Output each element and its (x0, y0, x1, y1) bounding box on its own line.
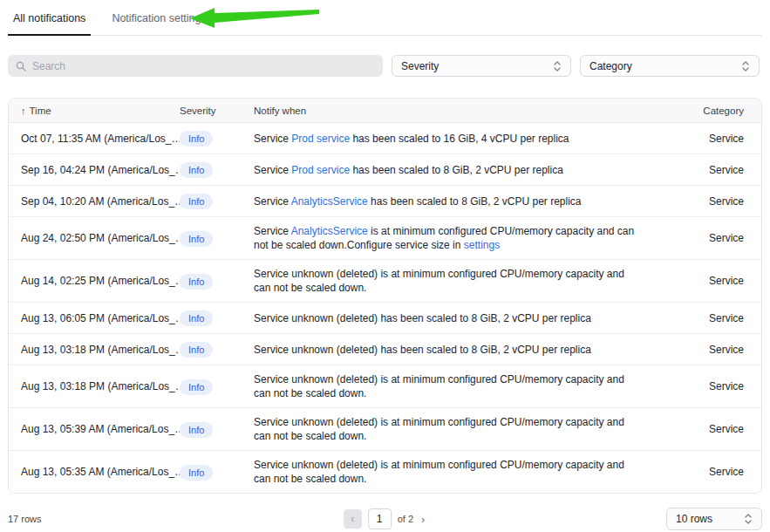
message-link[interactable]: Prod service (291, 164, 350, 176)
table-body: Oct 07, 11:35 AM (America/Los_… Info Ser… (9, 123, 761, 493)
row-category: Service (688, 312, 761, 324)
table-row: Aug 13, 06:05 PM (America/Los_… Info Ser… (9, 303, 761, 334)
table-row: Aug 13, 05:35 AM (America/Los_… Info Ser… (9, 451, 761, 493)
message-text: Service unknown (deleted) is at minimum … (254, 373, 624, 399)
notify-message: Service unknown (deleted) is at minimum … (254, 267, 644, 295)
page-number-input[interactable] (368, 508, 392, 529)
row-time: Aug 13, 03:18 PM (America/Los_… (9, 380, 180, 392)
table-row: Sep 16, 04:24 PM (America/Los_… Info Ser… (9, 154, 761, 186)
notify-message: Service Prod service has been scaled to … (254, 163, 644, 177)
row-severity: Info (180, 464, 254, 481)
row-category: Service (688, 164, 761, 176)
row-category: Service (688, 232, 761, 244)
rows-count-label: 17 rows (8, 514, 42, 524)
row-severity: Info (180, 161, 254, 178)
message-text: has been scaled to 8 GiB, 2 vCPU per rep… (368, 195, 582, 208)
next-page-button[interactable]: › (419, 513, 426, 526)
tab-notification-settings[interactable]: Notification settings (106, 7, 211, 35)
row-notify-when: Service Prod service has been scaled to … (254, 156, 688, 184)
severity-badge: Info (180, 131, 213, 147)
sort-ascending-icon: ↑ (21, 106, 26, 116)
notify-message: Service unknown (deleted) is at minimum … (254, 415, 644, 443)
row-severity: Info (180, 130, 254, 147)
message-link[interactable]: settings (464, 239, 500, 251)
message-text: Service unknown (deleted) has been scale… (254, 344, 591, 356)
table-row: Aug 13, 05:39 AM (America/Los_… Info Ser… (9, 408, 761, 451)
category-select-value: Category (589, 60, 632, 72)
row-notify-when: Service unknown (deleted) is at minimum … (254, 260, 688, 302)
severity-badge: Info (180, 310, 213, 326)
table-footer: 17 rows ‹ of 2 › 10 rows (8, 508, 762, 530)
row-category: Service (688, 133, 761, 145)
severity-badge: Info (180, 194, 213, 209)
row-time: Aug 13, 05:35 AM (America/Los_… (9, 466, 180, 478)
message-link[interactable]: AnalyticsService (291, 225, 368, 237)
row-notify-when: Service AnalyticsService is at minimum c… (254, 217, 688, 259)
page-count-label: of 2 (398, 514, 413, 524)
row-notify-when: Service unknown (deleted) has been scale… (254, 336, 688, 364)
message-text: Service unknown (deleted) is at minimum … (254, 459, 624, 485)
severity-badge: Info (180, 231, 213, 247)
row-severity: Info (180, 310, 254, 326)
row-category: Service (688, 423, 761, 435)
message-text: Service unknown (deleted) has been scale… (254, 312, 591, 324)
severity-badge: Info (180, 379, 213, 395)
row-time: Oct 07, 11:35 AM (America/Los_… (9, 133, 180, 145)
notify-message: Service AnalyticsService is at minimum c… (254, 224, 644, 252)
notify-message: Service unknown (deleted) is at minimum … (254, 372, 644, 400)
search-input[interactable] (32, 60, 375, 72)
notifications-table: ↑Time Severity Notify when Category Oct … (8, 98, 762, 494)
row-time: Aug 14, 02:25 PM (America/Los_… (9, 275, 180, 287)
severity-badge: Info (180, 422, 213, 438)
row-category: Service (688, 275, 761, 287)
message-link[interactable]: AnalyticsService (291, 195, 368, 208)
notify-message: Service unknown (deleted) has been scale… (254, 343, 644, 357)
row-category: Service (688, 344, 761, 356)
severity-badge: Info (180, 465, 213, 481)
tab-all-notifications[interactable]: All notifications (8, 7, 91, 36)
chevron-updown-icon (553, 60, 562, 72)
message-link[interactable]: Prod service (291, 133, 350, 145)
page-size-select[interactable]: 10 rows (666, 508, 762, 530)
message-text: Service (254, 133, 291, 145)
table-header-row: ↑Time Severity Notify when Category (9, 99, 761, 123)
notify-message: Service AnalyticsService has been scaled… (254, 194, 644, 208)
row-time: Sep 16, 04:24 PM (America/Los_… (9, 164, 180, 176)
row-notify-when: Service Prod service has been scaled to … (254, 125, 688, 153)
table-row: Aug 13, 03:18 PM (America/Los_… Info Ser… (9, 334, 761, 365)
row-time: Aug 13, 03:18 PM (America/Los_… (9, 344, 180, 356)
chevron-updown-icon (741, 60, 750, 72)
search-icon (16, 61, 26, 72)
row-severity: Info (180, 193, 254, 209)
column-header-category[interactable]: Category (688, 106, 761, 116)
page-size-value: 10 rows (676, 513, 712, 525)
previous-page-button[interactable]: ‹ (344, 509, 362, 529)
row-time: Aug 24, 02:50 PM (America/Los_… (9, 232, 180, 244)
row-severity: Info (180, 230, 254, 247)
row-notify-when: Service unknown (deleted) has been scale… (254, 304, 688, 332)
category-select[interactable]: Category (580, 55, 760, 77)
row-category: Service (688, 466, 761, 478)
notify-message: Service unknown (deleted) has been scale… (254, 311, 644, 325)
message-text: Service (254, 225, 291, 237)
table-row: Aug 24, 02:50 PM (America/Los_… Info Ser… (9, 217, 761, 260)
column-header-notify-when[interactable]: Notify when (254, 99, 688, 123)
table-row: Aug 14, 02:25 PM (America/Los_… Info Ser… (9, 260, 761, 303)
table-row: Aug 13, 03:18 PM (America/Los_… Info Ser… (9, 365, 761, 408)
row-severity: Info (180, 273, 254, 290)
column-header-severity[interactable]: Severity (180, 106, 254, 116)
severity-badge: Info (180, 162, 213, 178)
message-text: Service (254, 195, 291, 208)
filter-bar: Severity Category (8, 55, 762, 77)
row-notify-when: Service unknown (deleted) is at minimum … (254, 365, 688, 407)
message-text: has been scaled to 16 GiB, 4 vCPU per re… (350, 133, 569, 145)
row-severity: Info (180, 341, 254, 358)
message-text: Service unknown (deleted) is at minimum … (254, 416, 624, 442)
column-header-time[interactable]: ↑Time (9, 106, 180, 116)
row-time: Sep 04, 10:20 AM (America/Los_… (9, 195, 180, 208)
row-category: Service (688, 195, 761, 208)
severity-select[interactable]: Severity (392, 55, 571, 77)
message-text: Service unknown (deleted) is at minimum … (254, 268, 624, 294)
search-box[interactable] (8, 55, 383, 77)
row-notify-when: Service AnalyticsService has been scaled… (254, 188, 688, 215)
